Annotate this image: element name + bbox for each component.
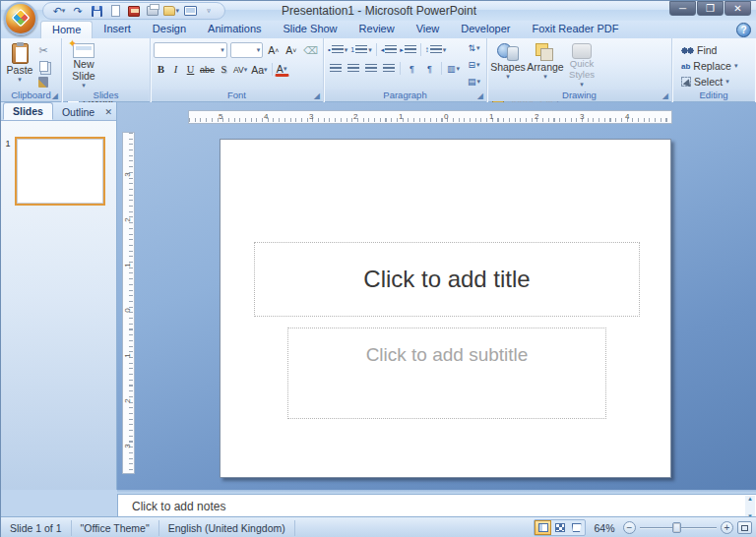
- window-controls: ─ ❐ ✕: [669, 1, 751, 16]
- help-button[interactable]: ?: [736, 23, 751, 37]
- left-to-right-button[interactable]: ¶: [404, 61, 420, 76]
- new-slide-button[interactable]: New Slide ▾: [65, 40, 102, 90]
- decrease-indent-button[interactable]: ◂: [380, 42, 399, 57]
- align-right-button[interactable]: [362, 61, 379, 76]
- paragraph-dialog-launcher-icon[interactable]: ◢: [477, 91, 483, 100]
- shapes-button[interactable]: Shapes ▾: [490, 40, 526, 90]
- italic-button[interactable]: I: [168, 62, 183, 77]
- scroll-up-icon[interactable]: ▲: [747, 496, 753, 502]
- customize-qat-button[interactable]: ▿: [201, 4, 217, 19]
- close-button[interactable]: ✕: [724, 1, 751, 16]
- convert-to-smartart-button[interactable]: ▤▾: [466, 74, 482, 89]
- tab-developer[interactable]: Developer: [450, 21, 521, 38]
- font-size-select[interactable]: ▾: [230, 42, 264, 58]
- language-indicator[interactable]: English (United Kingdom): [159, 520, 295, 536]
- drawing-dialog-launcher-icon[interactable]: ◢: [662, 91, 668, 100]
- justify-icon: [383, 64, 395, 73]
- subtitle-placeholder[interactable]: Click to add subtitle: [287, 328, 606, 419]
- tab-design[interactable]: Design: [142, 21, 197, 38]
- select-button[interactable]: Select▾: [679, 75, 739, 89]
- zoom-out-button[interactable]: −: [623, 521, 636, 534]
- open-dropdown-icon: ▾: [175, 7, 179, 15]
- ribbon-group-slides: New Slide ▾ Layout▾ Reset ✗Delete Slides: [62, 38, 151, 102]
- slide-sorter-view-button[interactable]: [551, 520, 568, 535]
- font-dialog-launcher-icon[interactable]: ◢: [314, 91, 320, 100]
- format-painter-button[interactable]: [35, 75, 51, 89]
- cut-button[interactable]: ✂: [35, 43, 51, 57]
- align-text-button[interactable]: ⊟▾: [466, 57, 482, 72]
- change-case-button[interactable]: Aa▾: [249, 62, 269, 77]
- minimize-button[interactable]: ─: [669, 1, 696, 16]
- numbering-button[interactable]: 1▾: [349, 42, 372, 57]
- tab-review[interactable]: Review: [348, 21, 406, 38]
- normal-view-button[interactable]: [535, 520, 551, 535]
- replace-button[interactable]: abReplace▾: [679, 59, 739, 73]
- tab-view[interactable]: View: [406, 21, 451, 38]
- redo-button[interactable]: ↷: [70, 4, 86, 19]
- clipboard-dialog-launcher-icon[interactable]: ◢: [52, 91, 58, 100]
- shrink-font-button[interactable]: A˅: [284, 43, 298, 58]
- quick-styles-button[interactable]: Quick Styles ▾: [565, 40, 598, 90]
- zoom-level[interactable]: 64%: [590, 522, 619, 534]
- tab-animations[interactable]: Animations: [197, 21, 272, 38]
- bullets-button[interactable]: •▾: [327, 42, 348, 57]
- line-spacing-button[interactable]: ↕▾: [424, 42, 448, 57]
- text-direction-button[interactable]: ⇅▾: [466, 40, 482, 55]
- zoom-in-button[interactable]: +: [721, 521, 733, 534]
- copy-button[interactable]: [35, 59, 51, 73]
- clipboard-group-label[interactable]: Clipboard◢: [2, 90, 60, 101]
- tab-home[interactable]: Home: [40, 21, 93, 38]
- font-color-button[interactable]: A▾: [275, 63, 289, 77]
- outline-tab[interactable]: Outline: [53, 104, 103, 120]
- undo-button[interactable]: ↶▾: [51, 4, 67, 19]
- restore-button[interactable]: ❐: [697, 1, 724, 16]
- theme-indicator[interactable]: "Office Theme": [72, 520, 159, 536]
- slide-show-button[interactable]: [182, 4, 198, 19]
- zoom-slider-thumb[interactable]: [672, 522, 681, 533]
- align-center-button[interactable]: [345, 61, 361, 76]
- paragraph-group-label[interactable]: Paragraph◢: [325, 90, 485, 101]
- slide-thumbnail[interactable]: [15, 137, 105, 206]
- office-button[interactable]: [4, 2, 37, 35]
- save-button[interactable]: [89, 4, 104, 19]
- numbering-icon: [355, 45, 367, 54]
- paste-icon: [12, 43, 29, 64]
- clear-formatting-button[interactable]: ⌫: [301, 43, 320, 58]
- slide-show-view-icon: [572, 523, 582, 532]
- email-button[interactable]: [126, 4, 142, 19]
- paste-button[interactable]: Paste ▾: [4, 40, 35, 90]
- grow-font-button[interactable]: A˄: [266, 43, 281, 58]
- strikethrough-button[interactable]: abe: [198, 62, 217, 77]
- title-placeholder[interactable]: Click to add title: [254, 242, 640, 317]
- font-name-select[interactable]: ▾: [154, 42, 227, 58]
- slide-indicator[interactable]: Slide 1 of 1: [1, 520, 72, 536]
- bold-button[interactable]: B: [154, 62, 168, 77]
- align-left-button[interactable]: [327, 61, 344, 76]
- open-button[interactable]: ▾: [163, 4, 179, 19]
- text-shadow-button[interactable]: S: [217, 62, 231, 77]
- font-group-label[interactable]: Font◢: [152, 90, 322, 101]
- tab-slide-show[interactable]: Slide Show: [273, 21, 348, 38]
- arrange-button[interactable]: Arrange ▾: [526, 40, 565, 90]
- underline-button[interactable]: U: [183, 62, 198, 77]
- find-button[interactable]: Find: [679, 43, 739, 57]
- tab-foxit-reader-pdf[interactable]: Foxit Reader PDF: [521, 21, 629, 38]
- drawing-group-label[interactable]: Drawing◢: [488, 90, 670, 101]
- quick-print-button[interactable]: [145, 4, 160, 19]
- horizontal-ruler: 5 4 3 2 1 0 1 2 3 4: [188, 110, 672, 124]
- slide-canvas[interactable]: Click to add title Click to add subtitle: [220, 139, 671, 478]
- character-spacing-button[interactable]: AV▾: [231, 62, 249, 77]
- slides-tab[interactable]: Slides: [3, 102, 53, 120]
- slide-show-view-button[interactable]: [568, 520, 585, 535]
- help-icon: ?: [740, 25, 746, 35]
- fit-slide-to-window-button[interactable]: [737, 521, 752, 534]
- zoom-slider[interactable]: [640, 521, 717, 534]
- columns-button[interactable]: ▥▾: [445, 61, 462, 76]
- tab-insert[interactable]: Insert: [93, 21, 142, 38]
- increase-indent-button[interactable]: ▸: [399, 42, 417, 57]
- new-document-button[interactable]: [107, 4, 123, 19]
- close-panel-icon[interactable]: ✕: [104, 107, 112, 117]
- right-to-left-button[interactable]: ¶: [421, 61, 438, 76]
- justify-button[interactable]: [380, 61, 397, 76]
- email-icon: [128, 6, 140, 17]
